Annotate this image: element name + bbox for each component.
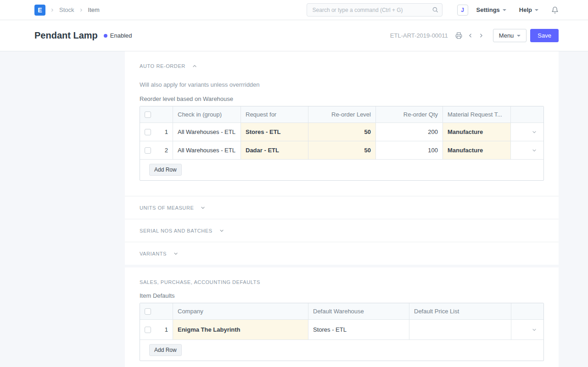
column-header-actions (511, 106, 543, 122)
status-dot-icon (104, 34, 107, 38)
section-auto-re-order: AUTO RE-ORDER Will also apply for varian… (125, 51, 559, 196)
item-defaults-table-header: Company Default Warehouse Default Price … (140, 303, 543, 320)
row-select-cell: 1 (140, 123, 173, 141)
chevron-down-icon (219, 228, 224, 234)
select-all-checkbox[interactable] (145, 308, 151, 315)
prev-document-icon[interactable] (467, 33, 473, 39)
column-header-reorder-level: Re-order Level (308, 106, 376, 122)
chevron-right-icon (50, 8, 55, 12)
page-content: AUTO RE-ORDER Will also apply for varian… (0, 51, 588, 367)
header-select-cell (140, 106, 173, 122)
save-button[interactable]: Save (530, 29, 559, 42)
row-expand-button[interactable] (511, 123, 543, 141)
chevron-down-icon (503, 9, 506, 11)
column-header-default-warehouse: Default Warehouse (308, 303, 409, 319)
reorder-table: Check in (group) Request for Re-order Le… (140, 106, 544, 181)
column-header-reorder-qty: Re-order Qty (376, 106, 443, 122)
cell-reorder-level[interactable]: 50 (308, 141, 376, 159)
row-select-cell: 2 (140, 141, 173, 159)
add-row-button[interactable]: Add Row (149, 344, 182, 356)
cell-check-in-group[interactable]: All Warehouses - ETL (173, 141, 241, 159)
item-defaults-table-label: Item Defaults (140, 292, 544, 299)
section-variants-toggle[interactable]: VARIANTS (140, 251, 179, 256)
column-header-material-request-type: Material Request T... (443, 106, 511, 122)
section-units-of-measure: UNITS OF MEASURE (125, 196, 559, 219)
section-description: Will also apply for variants unless over… (140, 81, 544, 88)
cell-request-for[interactable]: Stores - ETL (241, 123, 308, 141)
cell-material-request-type[interactable]: Manufacture (443, 141, 511, 159)
help-menu-label: Help (519, 6, 532, 13)
search-input[interactable] (307, 3, 442, 17)
document-id: ETL-ART-2019-00011 (390, 32, 448, 39)
page-head-right: ETL-ART-2019-00011 Menu Save (390, 29, 559, 42)
section-auto-re-order-toggle[interactable]: AUTO RE-ORDER (140, 63, 197, 69)
app-logo[interactable]: E (34, 5, 45, 16)
cell-company[interactable]: Enigma The Labyrinth (173, 320, 308, 339)
status-label: Enabled (110, 32, 132, 39)
table-row: 1 All Warehouses - ETL Stores - ETL 50 2… (140, 123, 543, 141)
row-expand-button[interactable] (511, 320, 543, 339)
cell-reorder-level[interactable]: 50 (308, 123, 376, 141)
select-all-checkbox[interactable] (145, 111, 151, 118)
section-serial-nos-and-batches: SERIAL NOS AND BATCHES (125, 219, 559, 242)
section-title: AUTO RE-ORDER (140, 63, 185, 69)
row-expand-button[interactable] (511, 141, 543, 159)
column-header-company: Company (173, 303, 308, 319)
breadcrumb-item[interactable]: Item (88, 6, 100, 13)
page-title: Pendant Lamp (34, 30, 98, 41)
help-menu[interactable]: Help (519, 6, 538, 13)
row-index: 2 (165, 147, 168, 154)
cell-check-in-group[interactable]: All Warehouses - ETL (173, 123, 241, 141)
notifications-bell-icon[interactable] (551, 6, 559, 14)
section-title: SALES, PURCHASE, ACCOUNTING DEFAULTS (140, 279, 260, 285)
cell-request-for[interactable]: Dadar - ETL (241, 141, 308, 159)
erpnext-app: E Stock Item J Settings Help (0, 0, 588, 367)
section-sales-purchase-accounting-defaults: SALES, PURCHASE, ACCOUNTING DEFAULTS Ite… (125, 267, 559, 367)
menu-button-label: Menu (499, 32, 514, 39)
table-row: 2 All Warehouses - ETL Dadar - ETL 50 10… (140, 141, 543, 160)
cell-material-request-type[interactable]: Manufacture (443, 123, 511, 141)
chevron-down-icon (532, 129, 537, 135)
chevron-right-icon (79, 8, 84, 12)
chevron-down-icon (535, 9, 538, 11)
reorder-table-label: Reorder level based on Warehouse (140, 95, 544, 102)
column-header-request-for: Request for (241, 106, 308, 122)
user-avatar[interactable]: J (457, 5, 468, 16)
cell-reorder-qty[interactable]: 100 (376, 141, 443, 159)
row-select-cell: 1 (140, 320, 173, 339)
page-head: Pendant Lamp Enabled ETL-ART-2019-00011 … (0, 20, 588, 51)
section-title: UNITS OF MEASURE (140, 205, 194, 211)
cell-default-price-list[interactable] (409, 320, 511, 339)
chevron-up-icon (192, 63, 197, 69)
row-checkbox[interactable] (145, 327, 151, 333)
reorder-table-header: Check in (group) Request for Re-order Le… (140, 106, 543, 123)
row-checkbox[interactable] (145, 129, 151, 135)
column-header-default-price-list: Default Price List (409, 303, 511, 319)
breadcrumb-stock[interactable]: Stock (59, 6, 74, 13)
search-icon[interactable] (432, 6, 438, 13)
print-icon[interactable] (455, 32, 462, 39)
section-defaults-toggle[interactable]: SALES, PURCHASE, ACCOUNTING DEFAULTS (140, 279, 260, 285)
column-header-check-in-group: Check in (group) (173, 106, 241, 122)
chevron-down-icon (532, 148, 537, 153)
row-checkbox[interactable] (145, 147, 151, 154)
column-header-actions (511, 303, 543, 319)
section-title: SERIAL NOS AND BATCHES (140, 228, 213, 234)
cell-reorder-qty[interactable]: 200 (376, 123, 443, 141)
row-index: 1 (165, 326, 168, 333)
section-serial-nos-and-batches-toggle[interactable]: SERIAL NOS AND BATCHES (140, 228, 224, 234)
section-title: VARIANTS (140, 251, 167, 256)
chevron-down-icon (173, 251, 179, 256)
section-units-of-measure-toggle[interactable]: UNITS OF MEASURE (140, 205, 206, 211)
cell-default-warehouse[interactable]: Stores - ETL (308, 320, 409, 339)
menu-button[interactable]: Menu (493, 29, 527, 42)
settings-menu[interactable]: Settings (476, 6, 506, 13)
status-badge: Enabled (104, 32, 132, 39)
item-defaults-table: Company Default Warehouse Default Price … (140, 303, 544, 361)
page-head-left: Pendant Lamp Enabled (34, 30, 132, 41)
reorder-table-footer: Add Row (140, 160, 543, 180)
item-defaults-table-footer: Add Row (140, 340, 543, 361)
add-row-button[interactable]: Add Row (149, 164, 182, 176)
chevron-down-icon (517, 35, 521, 37)
next-document-icon[interactable] (478, 33, 484, 39)
